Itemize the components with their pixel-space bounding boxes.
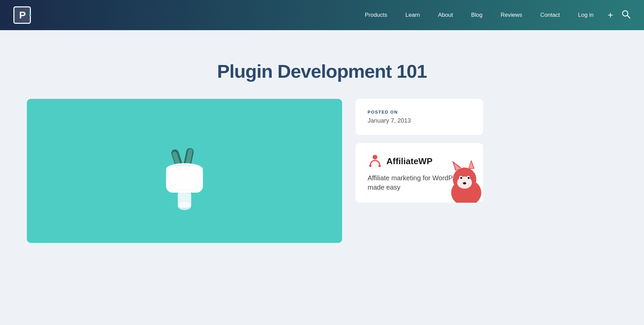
svg-point-0: [623, 11, 628, 16]
svg-point-11: [178, 202, 191, 210]
posted-on-label: POSTED ON: [368, 110, 471, 115]
page-title-section: Plugin Development 101: [27, 50, 617, 99]
site-logo[interactable]: P: [13, 6, 31, 24]
nav-item-contact[interactable]: Contact: [533, 9, 568, 21]
affiliate-fox-mascot: [433, 152, 483, 203]
nav-item-learn[interactable]: Learn: [398, 9, 427, 21]
article-image-card: [27, 99, 342, 243]
svg-point-14: [379, 165, 381, 167]
nav-item-about[interactable]: About: [431, 9, 460, 21]
posted-on-card: POSTED ON January 7, 2013: [356, 99, 483, 135]
svg-point-12: [373, 155, 377, 159]
affiliate-name: AffiliateWP: [386, 156, 432, 167]
svg-point-22: [463, 182, 466, 185]
svg-point-13: [369, 165, 372, 167]
main-nav: P Products Learn About Blog Reviews Cont…: [0, 0, 644, 30]
search-icon[interactable]: [621, 9, 631, 21]
nav-item-login[interactable]: Log in: [571, 9, 601, 21]
page-title: Plugin Development 101: [27, 60, 617, 82]
nav-item-reviews[interactable]: Reviews: [493, 9, 529, 21]
main-content: Plugin Development 101: [0, 30, 644, 325]
plug-illustration: [148, 126, 221, 216]
sidebar: POSTED ON January 7, 2013 AffiliateWP: [356, 99, 483, 203]
nav-links: Products Learn About Blog Reviews Contac…: [357, 12, 601, 18]
svg-point-25: [460, 177, 462, 179]
posted-on-date: January 7, 2013: [368, 117, 471, 124]
nav-item-products[interactable]: Products: [357, 9, 394, 21]
content-area: POSTED ON January 7, 2013 AffiliateWP: [27, 99, 617, 243]
nav-item-blog[interactable]: Blog: [464, 9, 490, 21]
svg-point-10: [169, 166, 200, 189]
logo-letter: P: [19, 9, 25, 21]
nav-actions: +: [608, 9, 631, 21]
affiliate-logo-icon: [368, 154, 382, 169]
article-featured-image: [27, 99, 342, 243]
svg-line-1: [628, 16, 630, 18]
svg-point-26: [468, 177, 470, 179]
add-icon[interactable]: +: [608, 10, 613, 20]
affiliate-card[interactable]: AffiliateWP Affiliate marketing for Word…: [356, 143, 483, 203]
